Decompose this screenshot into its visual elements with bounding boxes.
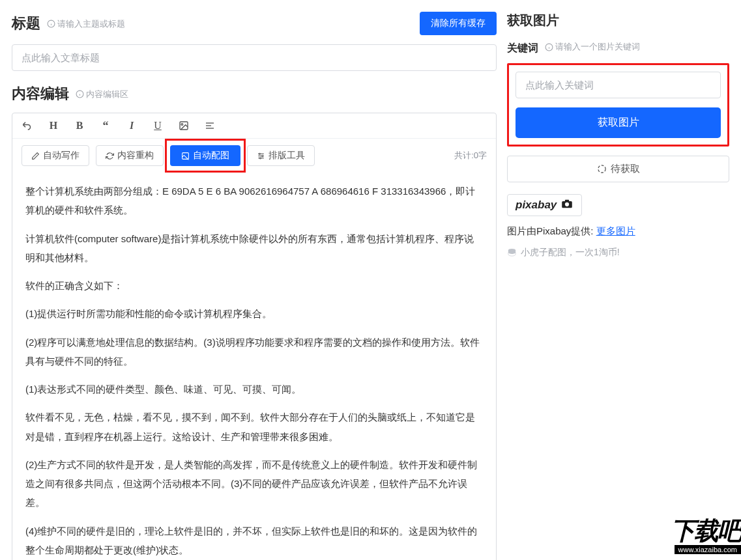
svg-point-17 <box>259 157 261 158</box>
content-paragraph: (1)提供运行时所需功能和性能的命令或计算机程序集合。 <box>25 304 483 323</box>
left-panel: 标题 请输入主题或标题 清除所有缓存 内容编辑 内容编辑区 H B “ I U <box>0 0 502 560</box>
title-hint: 请输入主题或标题 <box>47 18 125 30</box>
image-panel-title: 获取图片 <box>507 12 729 29</box>
svg-point-16 <box>262 155 263 156</box>
content-paragraph: 计算机软件(computer software)是指计算机系统中除硬件以外的所有… <box>25 229 483 268</box>
content-paragraph: 软件的正确含义如下： <box>25 276 483 295</box>
spinner-icon <box>597 164 607 174</box>
watermark: 下载吧 www.xiazaiba.com <box>671 518 741 555</box>
svg-point-21 <box>598 165 605 172</box>
fetch-status: 待获取 <box>507 156 729 182</box>
content-paragraph: (1)表达形式不同的硬件类型、颜色、味道、可见、可摸、可闻。 <box>25 380 483 399</box>
pencil-icon <box>31 152 40 160</box>
editor-box: H B “ I U 自动写作 内容重构 自动配图 <box>12 113 497 560</box>
italic-icon[interactable]: I <box>126 120 138 132</box>
info-icon <box>545 43 553 51</box>
content-paragraph: (4)维护不同的硬件是旧的，理论上软件是旧的，并不坏，但实际上软件也是旧的和坏的… <box>25 522 483 560</box>
note-row: 小虎子配图，一次1淘币! <box>507 247 729 259</box>
auto-image-button[interactable]: 自动配图 <box>170 145 240 166</box>
title-header: 标题 请输入主题或标题 <box>12 14 125 33</box>
undo-icon[interactable] <box>22 120 33 132</box>
content-paragraph: 软件看不见，无色，枯燥，看不见，摸不到，闻不到。软件大部分存在于人们的头脑或纸上… <box>25 408 483 446</box>
layout-tool-button[interactable]: 排版工具 <box>247 145 315 166</box>
content-area[interactable]: 整个计算机系统由两部分组成：E 69DA 5 E 6 BA 9062616964… <box>12 173 496 560</box>
content-header: 内容编辑 内容编辑区 <box>12 84 497 104</box>
pixabay-chip[interactable]: pixabay <box>507 194 582 216</box>
content-paragraph: (2)程序可以满意地处理信息的数据结构。(3)说明程序功能要求和程序需要的文档的… <box>25 333 483 371</box>
right-panel: 获取图片 关键词 请输入一个图片关键词 获取图片 待获取 pixabay 图片由… <box>502 0 741 560</box>
restructure-button[interactable]: 内容重构 <box>96 145 164 166</box>
auto-write-button[interactable]: 自动写作 <box>22 145 89 166</box>
svg-point-15 <box>259 153 260 154</box>
heading-icon[interactable]: H <box>48 120 59 132</box>
quote-icon[interactable]: “ <box>100 120 111 132</box>
more-images-link[interactable]: 更多图片 <box>596 225 635 236</box>
svg-point-23 <box>565 202 569 206</box>
keyword-group: 获取图片 <box>507 63 729 147</box>
content-paragraph: (2)生产方式不同的软件是开发，是人类智能的高发挥，而不是传统意义上的硬件制造。… <box>25 455 483 512</box>
fetch-image-button[interactable]: 获取图片 <box>516 107 721 138</box>
keyword-label: 关键词 <box>507 42 538 55</box>
info-icon <box>76 90 84 98</box>
content-paragraph: 整个计算机系统由两部分组成：E 69DA 5 E 6 BA 9062616964… <box>25 182 483 220</box>
keyword-hint: 请输入一个图片关键词 <box>545 41 640 53</box>
sliders-icon <box>257 152 265 160</box>
keyword-input[interactable] <box>516 72 721 98</box>
coin-icon <box>507 247 517 257</box>
bold-icon[interactable]: B <box>74 120 85 132</box>
underline-icon[interactable]: U <box>152 120 164 132</box>
article-title-input[interactable] <box>12 44 497 71</box>
credit-row: 图片由Pixabay提供: 更多图片 <box>507 225 729 238</box>
svg-rect-24 <box>565 199 569 201</box>
keyword-label-row: 关键词 请输入一个图片关键词 <box>507 41 729 55</box>
refresh-icon <box>106 152 114 160</box>
image-icon[interactable] <box>178 120 190 132</box>
align-left-icon[interactable] <box>204 120 216 132</box>
title-label: 标题 <box>12 14 40 33</box>
camera-icon <box>560 199 574 212</box>
photo-icon <box>181 152 190 160</box>
content-hint: 内容编辑区 <box>76 89 128 100</box>
char-count: 共计:0字 <box>454 150 487 161</box>
format-toolbar: H B “ I U <box>12 113 496 139</box>
content-label: 内容编辑 <box>12 84 69 104</box>
title-header-row: 标题 请输入主题或标题 清除所有缓存 <box>12 12 497 35</box>
svg-point-7 <box>181 124 183 126</box>
action-toolbar: 自动写作 内容重构 自动配图 排版工具 共计:0字 <box>12 139 496 173</box>
info-icon <box>47 20 55 28</box>
clear-cache-button[interactable]: 清除所有缓存 <box>420 12 497 35</box>
